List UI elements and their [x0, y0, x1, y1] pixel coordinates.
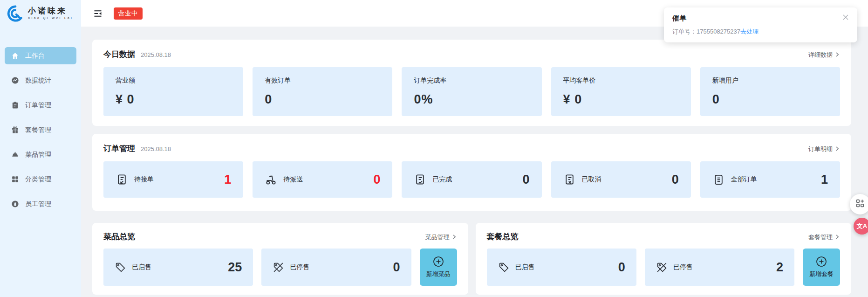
combos-title: 套餐总览 [487, 231, 519, 242]
translate-button[interactable]: 文A [854, 218, 868, 235]
order-details-link[interactable]: 订单明细 [808, 145, 840, 153]
today-panel: 今日数据 2025.08.18 详细数据 营业额 ¥ 0 有效订单 0 [92, 40, 851, 126]
doc-arrow-icon [116, 173, 128, 186]
combo-management-link[interactable]: 套餐管理 [808, 233, 840, 242]
dishes-title: 菜品总览 [103, 231, 135, 242]
handle-order-link[interactable]: 去处理 [740, 28, 759, 35]
valid-orders-card: 有效订单 0 [253, 67, 392, 116]
sidebar-item-statistics[interactable]: 数据统计 [5, 72, 76, 89]
add-dish-button[interactable]: 新增菜品 [420, 249, 457, 286]
combos-off-sale-card: 已停售 2 [645, 249, 794, 286]
sidebar-item-label: 套餐管理 [25, 126, 51, 134]
order-card-label: 已取消 [582, 175, 601, 184]
dishes-panel-header: 菜品总览 菜品管理 [103, 231, 457, 242]
stat-label: 营业额 [116, 76, 231, 85]
combos-on-sale-card: 已启售 0 [487, 249, 636, 286]
add-dish-label: 新增菜品 [426, 270, 451, 278]
status-badge: 营业中 [114, 7, 143, 20]
notification-title: 催单 [672, 14, 686, 23]
chevron-right-icon [451, 234, 457, 241]
combos-panel-header: 套餐总览 套餐管理 [487, 231, 841, 242]
clipboard-icon [11, 101, 19, 109]
mini-card-value: 2 [776, 260, 783, 275]
sidebar-item-dishes[interactable]: 菜品管理 [5, 146, 76, 163]
completed-card[interactable]: 已完成 0 [402, 161, 541, 198]
sidebar-item-staff[interactable]: 员工管理 [5, 195, 76, 213]
sidebar-item-label: 菜品管理 [25, 151, 51, 159]
combos-panel: 套餐总览 套餐管理 已启售 0 [476, 223, 852, 295]
mini-card-label: 已启售 [515, 263, 535, 271]
all-orders-card[interactable]: 全部订单 1 [700, 161, 840, 198]
cloche-icon [11, 151, 19, 159]
sidebar-item-label: 工作台 [25, 52, 45, 60]
stat-value: ¥ 0 [116, 92, 231, 107]
brand-logo: 小诸味来 Xiao Qi Wei Lai [0, 0, 81, 27]
sidebar-collapse-icon[interactable] [93, 9, 103, 18]
tag-slash-icon [273, 262, 284, 273]
plus-circle-icon [433, 256, 444, 267]
cancelled-card[interactable]: 已取消 0 [551, 161, 691, 198]
brand-pinyin: Xiao Qi Wei Lai [28, 16, 73, 20]
today-details-link[interactable]: 详细数据 [808, 51, 840, 59]
grid-icon [11, 175, 19, 183]
overview-row: 菜品总览 菜品管理 已启售 25 [92, 223, 851, 295]
tag-slash-icon [656, 262, 668, 273]
mini-card-value: 0 [393, 260, 400, 275]
order-card-label: 待派送 [283, 175, 303, 184]
sidebar-nav: 工作台 数据统计 订单管理 套餐管理 [0, 27, 81, 213]
staff-icon [11, 200, 19, 208]
plus-circle-icon [816, 256, 827, 267]
revenue-card: 营业额 ¥ 0 [103, 67, 243, 116]
order-number: 1755508275237 [697, 28, 740, 35]
dishes-off-sale-card: 已停售 0 [261, 249, 411, 286]
stat-value: 0 [712, 92, 828, 107]
tag-icon [498, 262, 510, 273]
combos-cards: 已启售 0 已停售 2 [487, 249, 841, 286]
mini-card-label: 已停售 [290, 263, 309, 271]
sidebar-item-orders[interactable]: 订单管理 [5, 97, 76, 114]
today-panel-header: 今日数据 2025.08.18 详细数据 [103, 49, 840, 60]
orders-cards: 待接单 1 待派送 0 已完成 [103, 161, 840, 198]
dish-management-link[interactable]: 菜品管理 [425, 233, 457, 242]
order-card-value: 0 [373, 173, 380, 187]
order-card-value: 1 [224, 173, 231, 187]
sidebar-item-label: 数据统计 [25, 76, 51, 85]
add-combo-button[interactable]: 新增套餐 [803, 249, 840, 286]
orders-panel: 订单管理 2025.08.18 订单明细 待接单 1 [92, 134, 851, 211]
stat-label: 有效订单 [265, 76, 380, 85]
app-window: 小诸味来 Xiao Qi Wei Lai 工作台 数据统计 [0, 0, 868, 297]
stat-value: 0 [265, 92, 380, 107]
brand-logo-icon [7, 5, 24, 22]
stat-label: 订单完成率 [414, 76, 529, 85]
reminder-notification: 催单 订单号：1755508275237去处理 [664, 7, 857, 42]
orders-title: 订单管理 [103, 143, 135, 154]
mini-card-value: 0 [618, 260, 625, 275]
chevron-right-icon [834, 146, 840, 153]
stat-value: ¥ 0 [563, 92, 679, 107]
order-number-label: 订单号： [672, 28, 697, 35]
sidebar-item-categories[interactable]: 分类管理 [5, 171, 76, 188]
doc-lines-icon [712, 173, 725, 186]
doc-check-icon [414, 173, 426, 186]
sidebar-item-workbench[interactable]: 工作台 [5, 47, 76, 64]
chevron-right-icon [834, 52, 840, 59]
new-users-card: 新增用户 0 [700, 67, 840, 116]
order-card-value: 0 [523, 173, 530, 187]
brand-name: 小诸味来 [28, 7, 73, 16]
pending-delivery-card[interactable]: 待派送 0 [253, 161, 392, 198]
order-card-value: 1 [821, 173, 828, 187]
gift-icon [11, 126, 19, 134]
completion-rate-card: 订单完成率 0% [402, 67, 541, 116]
tag-icon [115, 262, 126, 273]
sidebar-item-label: 员工管理 [25, 200, 51, 208]
dishes-cards: 已启售 25 已停售 0 [103, 249, 457, 286]
pending-accept-card[interactable]: 待接单 1 [103, 161, 243, 198]
extension-grid-button[interactable] [850, 194, 868, 214]
sidebar-item-combos[interactable]: 套餐管理 [5, 121, 76, 138]
close-icon[interactable] [842, 14, 849, 21]
stat-label: 平均客单价 [563, 76, 679, 85]
orders-date: 2025.08.18 [141, 145, 171, 152]
main-content: 今日数据 2025.08.18 详细数据 营业额 ¥ 0 有效订单 0 [81, 27, 868, 297]
content-column: 营业中 今日数据 2025.08.18 详细数据 营业额 ¥ 0 [81, 0, 868, 297]
mini-card-value: 25 [228, 260, 242, 275]
